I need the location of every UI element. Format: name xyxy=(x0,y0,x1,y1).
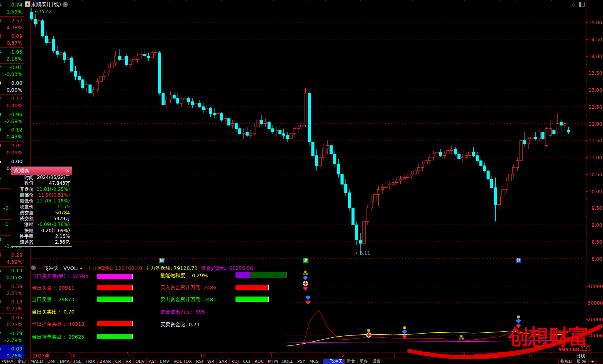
tab-VR[interactable]: VR xyxy=(124,359,134,364)
sidebar-quote-item[interactable]: 5-0.13-0.95% xyxy=(0,266,24,282)
quote-change-pct: 0.09% xyxy=(7,150,22,155)
tab-+[interactable]: + xyxy=(589,359,597,364)
sidebar-quote-item[interactable]: 32.574.38% xyxy=(0,17,24,32)
sidebar-quote-item[interactable]: 00.000.00% xyxy=(0,79,24,95)
candle-down xyxy=(147,56,150,58)
sidebar-quote-item[interactable]: 5-0.74-1.59% xyxy=(0,1,24,17)
candle-up xyxy=(103,73,106,76)
tab-CCI[interactable]: CCI xyxy=(241,359,253,364)
sidebar-quote-item[interactable]: 5-0.09-0.76% xyxy=(0,345,24,361)
tab-BOLL[interactable]: BOLL xyxy=(280,359,295,364)
panel-axis-label: 20000 xyxy=(588,317,602,322)
signal-icon xyxy=(402,326,407,339)
tab-MACD[interactable]: MACD xyxy=(29,359,46,364)
popup-data-row: 振幅0.20(1.69%) xyxy=(11,228,72,234)
candle-up xyxy=(122,56,124,60)
tab-指标A[interactable]: 指标A xyxy=(0,359,16,364)
quote-change-pct: -1.59% xyxy=(5,9,22,15)
candle-down xyxy=(213,113,216,115)
sidebar-quote-item[interactable]: 50.284.39% xyxy=(0,251,24,267)
popup-row-value: 2.36亿 xyxy=(34,239,72,245)
tab-ASI[interactable]: ASI xyxy=(147,359,158,364)
candle-up xyxy=(275,130,278,132)
candle-down xyxy=(476,156,479,161)
tab-TRIX[interactable]: TRIX xyxy=(83,359,97,364)
tab-KDJ[interactable]: KDJ xyxy=(230,359,241,364)
tab-PSY[interactable]: PSY xyxy=(295,359,307,364)
sidebar-quote-item[interactable]: 40.090.37% xyxy=(0,32,24,48)
candle-down xyxy=(271,129,274,132)
candle-down xyxy=(483,166,486,171)
candle-down xyxy=(542,132,544,139)
scrollbar-up-icon[interactable]: ▲ xyxy=(25,1,30,7)
price-axis-minor-tick xyxy=(586,132,587,132)
sidebar-quote-item[interactable]: 40.592.21% xyxy=(0,282,24,298)
sidebar-quote-item[interactable]: 0-0.96-2.68% xyxy=(0,110,24,126)
tab-更多[interactable]: 更多 xyxy=(357,359,370,364)
tab-MCST[interactable]: MCST xyxy=(307,359,324,364)
panel-bar-cap xyxy=(268,285,269,290)
popup-row-value: 11.70(-1.18%) xyxy=(34,198,72,204)
tab-WR[interactable]: WR xyxy=(205,359,217,364)
quote-change-value: 0.09 xyxy=(11,33,22,39)
close-icon[interactable]: × xyxy=(66,167,70,175)
tab-一飞冲天[interactable]: 一飞冲天 xyxy=(324,359,345,364)
sidebar-quote-item[interactable]: 50.050.25% xyxy=(0,313,24,329)
tab--[interactable]: - xyxy=(597,359,603,364)
popup-row-value: 47.843万 xyxy=(34,180,72,186)
title-chevron-down-icon[interactable]: ∨ xyxy=(63,2,68,7)
candle-up xyxy=(206,108,208,110)
candle-up xyxy=(297,127,300,128)
sidebar-quote-item[interactable]: 90.010.09% xyxy=(0,142,24,157)
sidebar-quote-item[interactable]: 0-0.12-0.43% xyxy=(0,126,24,142)
tab-RSI[interactable]: RSI xyxy=(194,359,205,364)
axis-multiplier-badge: X10 xyxy=(580,345,590,351)
tab-窗口[interactable]: 窗口 xyxy=(16,359,29,364)
panel-mid-label: 资金进出万元: -995 xyxy=(160,308,205,315)
tab-FSL[interactable]: FSL xyxy=(72,359,83,364)
candle-up xyxy=(429,157,431,161)
tab-BRAR[interactable]: BRAR xyxy=(98,359,113,364)
sidebar-quote-item[interactable]: 2-0.01-0.03% xyxy=(0,63,24,79)
candle-up xyxy=(465,156,467,157)
quote-code-digit: 2 xyxy=(0,64,1,70)
candle-up xyxy=(498,196,500,205)
price-axis-minor-tick xyxy=(586,216,587,217)
sidebar-quote-item[interactable]: 30.130.71% xyxy=(0,298,24,313)
sidebar-quote-item[interactable]: 2-0.79-2.78% xyxy=(0,329,24,345)
price-axis-label: 9.50 xyxy=(588,205,602,211)
tab-SAR[interactable]: SAR xyxy=(217,359,229,364)
candlestick-chart[interactable] xyxy=(30,0,586,264)
candle-down xyxy=(312,142,314,156)
popup-titlebar[interactable]: 永顺泰 × xyxy=(11,167,72,175)
panel-bar-cap xyxy=(286,272,286,278)
price-axis-label: 12.00 xyxy=(588,121,602,127)
tab-VOL-TDX[interactable]: VOL-TDX xyxy=(171,359,194,364)
price-axis-label: 14.50 xyxy=(588,37,602,42)
split-window-icon[interactable] xyxy=(579,2,585,7)
timeline-tick xyxy=(200,352,200,354)
panel-row-label: 当日挂单卖盘： 29625 xyxy=(32,334,85,340)
tab-EMV[interactable]: EMV xyxy=(158,359,171,364)
panel-ratio-bar xyxy=(250,272,286,278)
tab-模 板[interactable]: 模 板 xyxy=(574,359,589,364)
tab-MTM[interactable]: MTM xyxy=(266,359,280,364)
tab-指标B[interactable]: 指标B xyxy=(558,359,574,364)
diamond-tool-icon[interactable]: ◇ xyxy=(572,2,575,8)
tab-OBV[interactable]: OBV xyxy=(134,359,147,364)
quote-change-pct: 0.00% xyxy=(7,87,22,93)
sidebar-quote-item[interactable]: 70.170.40% xyxy=(0,94,24,110)
sidebar-quote-item[interactable]: 5-1.95-2.16% xyxy=(0,48,24,64)
candle-up xyxy=(169,95,172,100)
tab-DMI[interactable]: DMI xyxy=(46,359,58,364)
candle-up xyxy=(421,164,424,168)
tab-DMA[interactable]: DMA xyxy=(58,359,72,364)
tab-ROC[interactable]: ROC xyxy=(252,359,266,364)
candle-down xyxy=(118,56,121,60)
popup-row-label: 最低价 xyxy=(11,198,34,204)
tab-设置[interactable]: 设置 xyxy=(370,359,383,364)
tab-CR[interactable]: CR xyxy=(113,359,124,364)
timeline-month-label: 5 xyxy=(529,353,532,358)
tab-雅龙[interactable]: 雅龙 xyxy=(345,359,357,364)
quote-code-digit: 5 xyxy=(0,2,1,8)
